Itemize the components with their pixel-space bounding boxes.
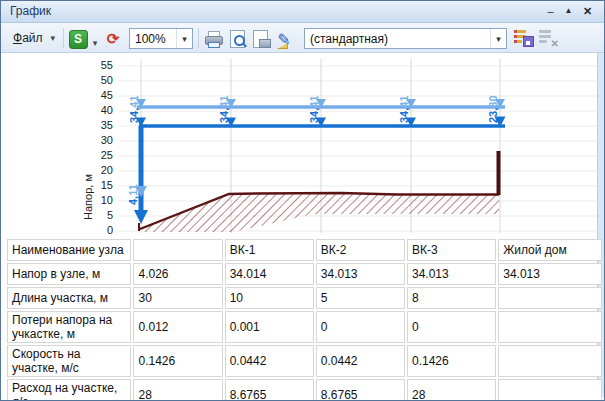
- cell: 34.013: [498, 263, 602, 285]
- table-row: Напор в узле, м 4.026 34.014 34.013 34.0…: [7, 263, 602, 285]
- cell: 0.012: [133, 311, 222, 343]
- minimize-button[interactable]: –: [543, 3, 558, 19]
- cell: 30: [133, 287, 222, 309]
- window-title: График: [10, 4, 51, 18]
- cell: 34.013: [407, 263, 496, 285]
- chart-area: Напор, м 55 50 45 40 35 30 25 20 15 10 5…: [1, 53, 605, 235]
- annotation-building: 23,30: [487, 95, 499, 123]
- file-menu-label: Файл: [13, 31, 43, 45]
- cell: 28: [133, 379, 222, 401]
- chevron-down-icon: ▾: [176, 29, 192, 48]
- floppy-icon: [523, 36, 534, 47]
- printer-icon: [204, 31, 222, 47]
- cell: 8.6765: [225, 379, 314, 401]
- cell: 8: [407, 287, 496, 309]
- table-row: Потери напора на учкастке, м 0.012 0.001…: [7, 311, 602, 343]
- y-tick: 30: [91, 134, 113, 147]
- cell: 4.026: [133, 263, 222, 285]
- save-template-icon: [514, 30, 526, 33]
- print-preview-icon: [230, 30, 245, 48]
- zoom-value: 100%: [130, 32, 176, 46]
- cell: [133, 239, 222, 261]
- delete-template-button[interactable]: ✕: [539, 29, 559, 47]
- table-row: Расход на участке, л/с 28 8.6765 8.6765 …: [7, 379, 602, 401]
- title-bar: График – ▲ ✕: [1, 1, 604, 23]
- y-tick: 40: [91, 104, 113, 117]
- cell: [498, 287, 602, 309]
- y-tick: 20: [91, 164, 113, 177]
- annotation-node1-top: 34,41: [128, 95, 140, 123]
- cell: 0.1426: [133, 345, 222, 377]
- print-button[interactable]: [202, 28, 224, 50]
- cell: 34.014: [225, 263, 314, 285]
- table-row: Наименование узла ВК-1 ВК-2 ВК-3 Жилой д…: [7, 239, 602, 261]
- cell: 0: [407, 311, 496, 343]
- row-label: Потери напора на учкастке, м: [7, 311, 131, 343]
- annotation-node1-bottom: 4,11: [127, 184, 139, 205]
- row-label: Скорость на участке, м/с: [7, 345, 131, 377]
- refresh-layers-icon: S: [69, 30, 88, 49]
- y-tick: 35: [91, 119, 113, 132]
- terrain-hatch: [140, 194, 499, 232]
- toolbar: Файл ▾ S ▾ ⟳ 100% ▾ ✎: [1, 23, 604, 53]
- y-tick: 50: [91, 74, 113, 87]
- template-combobox[interactable]: (стандартная) ▾: [304, 28, 507, 49]
- y-tick: 55: [91, 59, 113, 72]
- table-row: Длина участка, м 30 10 5 8: [7, 287, 602, 309]
- page-printer-icon: [253, 30, 268, 48]
- table-row: Скорость на участке, м/с 0.1426 0.0442 0…: [7, 345, 602, 377]
- cell: [498, 345, 602, 377]
- chevron-down-icon: ▾: [51, 33, 56, 43]
- print-preview-button[interactable]: [226, 28, 248, 50]
- refresh-red-icon: ⟳: [107, 30, 120, 48]
- cell: 0.0442: [225, 345, 314, 377]
- cell: ВК-2: [316, 239, 405, 261]
- cell: ВК-1: [225, 239, 314, 261]
- maximize-button[interactable]: ▲: [561, 3, 576, 19]
- cell: Жилой дом: [498, 239, 602, 261]
- template-value: (стандартная): [305, 32, 490, 46]
- save-template-button[interactable]: [514, 29, 534, 47]
- cell: [498, 311, 602, 343]
- row-label: Длина участка, м: [7, 287, 131, 309]
- cell: ВК-3: [407, 239, 496, 261]
- cell: 10: [225, 287, 314, 309]
- cell: 0.0442: [316, 345, 405, 377]
- cell: 0: [316, 311, 405, 343]
- toolbar-separator: [198, 28, 199, 48]
- row-label: Расход на участке, л/с: [7, 379, 131, 401]
- row-label: Напор в узле, м: [7, 263, 131, 285]
- cell: 0.1426: [407, 345, 496, 377]
- annotation-vk2: 34,41: [308, 95, 320, 123]
- cell: 28: [407, 379, 496, 401]
- chevron-down-icon[interactable]: ▾: [90, 32, 100, 54]
- y-tick: 45: [91, 89, 113, 102]
- close-button[interactable]: ✕: [580, 3, 595, 19]
- page-setup-button[interactable]: [249, 28, 271, 50]
- cell: 5: [316, 287, 405, 309]
- recalculate-button[interactable]: ⟳: [102, 28, 124, 50]
- graph-window: График – ▲ ✕ Файл ▾ S ▾ ⟳ 100% ▾: [0, 0, 605, 401]
- chevron-down-icon: ▾: [490, 29, 506, 48]
- source-arrow-dark-head: [134, 210, 148, 224]
- y-tick: 10: [91, 194, 113, 207]
- delete-template-icon: [539, 30, 551, 33]
- y-tick: 0: [91, 224, 113, 237]
- row-label: Наименование узла: [7, 239, 131, 261]
- cell: 34.013: [316, 263, 405, 285]
- refresh-layers-button[interactable]: S: [67, 28, 89, 50]
- y-tick: 5: [91, 209, 113, 222]
- annotation-vk1: 34,41: [218, 95, 230, 123]
- annotation-vk3: 34,41: [398, 95, 410, 123]
- edit-style-button[interactable]: ✎: [273, 28, 295, 50]
- cell: 0.001: [225, 311, 314, 343]
- results-table: Наименование узла ВК-1 ВК-2 ВК-3 Жилой д…: [5, 237, 604, 401]
- toolbar-separator: [63, 28, 64, 48]
- cell: [498, 379, 602, 401]
- y-tick: 15: [91, 179, 113, 192]
- zoom-combobox[interactable]: 100% ▾: [129, 28, 193, 49]
- node-annotations: 34,41 34,41 34,41 34,41 23,30 4,11: [127, 95, 499, 205]
- cell: 8.6765: [316, 379, 405, 401]
- file-menu-button[interactable]: Файл ▾: [7, 27, 61, 49]
- y-tick: 25: [91, 149, 113, 162]
